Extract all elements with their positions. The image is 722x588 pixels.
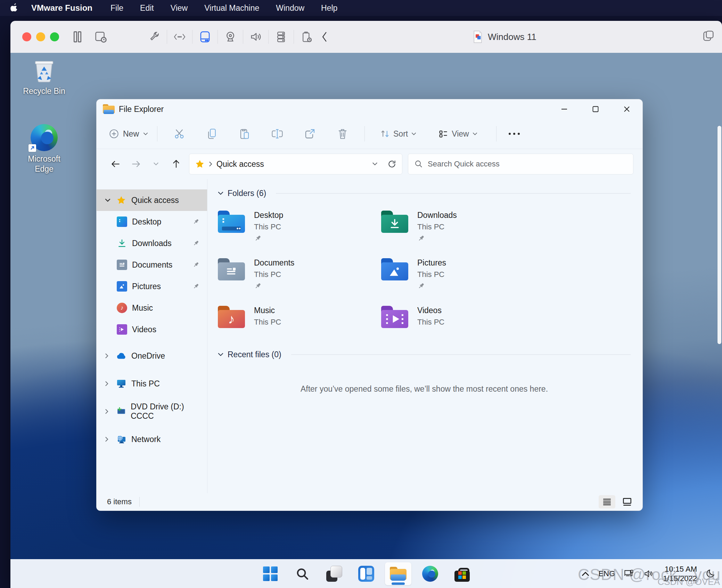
folder-tile-videos[interactable]: Videos This PC (381, 306, 544, 330)
vm-scrollbar[interactable] (717, 126, 721, 344)
folder-tile-desktop[interactable]: Desktop This PC (218, 211, 381, 242)
view-icon (438, 129, 448, 139)
explorer-minimize-button[interactable] (549, 99, 580, 119)
copy-windows-icon[interactable] (703, 30, 714, 42)
sidebar-item-downloads[interactable]: Downloads (97, 232, 207, 254)
sidebar-item-documents[interactable]: Documents (97, 254, 207, 276)
microsoft-store-icon (454, 568, 470, 582)
menubar-item-window[interactable]: Window (276, 3, 304, 13)
sidebar-item-network[interactable]: Network (97, 427, 207, 451)
task-view-button[interactable] (321, 562, 347, 585)
taskbar-file-explorer-button[interactable] (385, 562, 411, 585)
chevron-right-icon[interactable] (105, 353, 116, 359)
start-button[interactable] (257, 562, 284, 585)
address-dropdown-chevron-icon[interactable] (372, 162, 378, 166)
close-window-button[interactable] (22, 32, 31, 41)
vm-sound-button[interactable] (247, 28, 265, 46)
rename-button[interactable] (261, 124, 294, 144)
edge-logo-icon (422, 566, 438, 582)
search-icon (295, 567, 309, 581)
forward-button[interactable] (126, 154, 146, 174)
desktop-icon-recycle-bin[interactable]: Recycle Bin (18, 57, 70, 96)
language-indicator[interactable]: ENG (598, 569, 615, 578)
menubar-app-name[interactable]: VMware Fusion (31, 3, 92, 13)
sidebar-item-music[interactable]: ♪ Music (97, 297, 207, 319)
explorer-main-pane: Folders (6) Desktop This PC (207, 179, 642, 493)
sidebar-item-videos[interactable]: Videos (97, 319, 207, 340)
onedrive-icon (116, 351, 126, 361)
sidebar-item-quick-access[interactable]: Quick access (97, 189, 207, 211)
menubar-item-file[interactable]: File (110, 3, 123, 13)
new-button[interactable]: New (106, 129, 151, 139)
view-button[interactable]: View (434, 129, 482, 139)
see-more-button[interactable] (502, 124, 526, 144)
sort-button[interactable]: Sort (375, 129, 421, 139)
snapshot-button[interactable] (95, 31, 107, 43)
chevron-right-icon[interactable] (105, 409, 116, 414)
focus-assist-moon-icon[interactable] (706, 569, 716, 579)
volume-icon[interactable] (643, 569, 654, 578)
pin-icon (192, 240, 199, 247)
folder-tile-music[interactable]: ♪ Music This PC (218, 306, 381, 330)
vm-harddisk-button[interactable] (196, 28, 214, 46)
back-button[interactable] (106, 154, 126, 174)
taskbar-edge-button[interactable] (417, 562, 443, 585)
delete-button[interactable] (326, 124, 359, 144)
recent-files-section-header[interactable]: Recent files (0) (218, 350, 631, 359)
cut-button[interactable] (163, 124, 196, 144)
tray-chevron-up-icon[interactable] (582, 571, 589, 576)
vm-settings-wrench-button[interactable] (145, 28, 163, 46)
desktop-icon-label: Recycle Bin (23, 86, 65, 96)
edge-logo-icon (31, 124, 58, 151)
share-button[interactable] (294, 124, 326, 144)
copy-button[interactable] (196, 124, 228, 144)
large-icons-view-button[interactable] (619, 495, 635, 508)
taskbar-clock[interactable]: 10:15 AM 1/15/2022 (663, 564, 697, 583)
search-box[interactable] (408, 154, 633, 174)
search-input[interactable] (427, 159, 627, 169)
toolbar-collapse-chevron-icon[interactable] (315, 28, 334, 46)
explorer-app-icon (103, 104, 115, 114)
taskbar-search-button[interactable] (289, 562, 315, 585)
fullscreen-window-button[interactable] (50, 32, 59, 41)
sidebar-item-pictures[interactable]: Pictures (97, 276, 207, 297)
paste-button[interactable] (228, 124, 261, 144)
sidebar-item-dvd-drive[interactable]: DVD Drive (D:) CCCC (97, 399, 207, 424)
chevron-right-icon[interactable] (105, 436, 116, 442)
details-view-button[interactable] (599, 495, 615, 508)
up-button[interactable] (166, 154, 186, 174)
apple-logo-icon[interactable] (10, 3, 19, 13)
refresh-icon[interactable] (387, 160, 396, 169)
widgets-button[interactable] (353, 562, 379, 585)
menubar-item-edit[interactable]: Edit (140, 3, 154, 13)
network-icon (116, 434, 126, 444)
explorer-close-button[interactable] (611, 99, 642, 119)
vm-code-button[interactable] (171, 28, 189, 46)
network-icon[interactable] (624, 569, 634, 578)
chevron-right-icon[interactable] (105, 381, 116, 386)
sidebar-item-desktop[interactable]: Desktop (97, 211, 207, 232)
sidebar-item-this-pc[interactable]: This PC (97, 371, 207, 396)
minimize-window-button[interactable] (36, 32, 45, 41)
folder-tile-downloads[interactable]: Downloads This PC (381, 211, 544, 242)
recent-locations-chevron-button[interactable] (146, 154, 166, 174)
pause-vm-button[interactable] (72, 31, 83, 43)
menubar-item-view[interactable]: View (171, 3, 188, 13)
folders-section-header[interactable]: Folders (6) (218, 189, 631, 198)
folder-tile-documents[interactable]: Documents This PC (218, 258, 381, 290)
chevron-down-icon[interactable] (105, 198, 116, 202)
folder-tile-pictures[interactable]: Pictures This PC (381, 258, 544, 290)
address-bar[interactable]: Quick access (189, 154, 402, 174)
desktop-icon-microsoft-edge[interactable]: Microsoft Edge (18, 124, 70, 174)
menubar-item-help[interactable]: Help (321, 3, 337, 13)
pin-icon (254, 282, 262, 290)
vm-clipboard-button[interactable] (297, 28, 315, 46)
sidebar-item-onedrive[interactable]: OneDrive (97, 344, 207, 368)
vm-devices-button[interactable] (272, 28, 290, 46)
breadcrumb-path[interactable]: Quick access (216, 160, 264, 169)
explorer-addressbar-row: Quick access (97, 149, 642, 179)
menubar-item-virtual-machine[interactable]: Virtual Machine (204, 3, 259, 13)
vm-camera-button[interactable] (221, 28, 239, 46)
explorer-maximize-button[interactable] (580, 99, 611, 119)
taskbar-store-button[interactable] (449, 562, 475, 585)
